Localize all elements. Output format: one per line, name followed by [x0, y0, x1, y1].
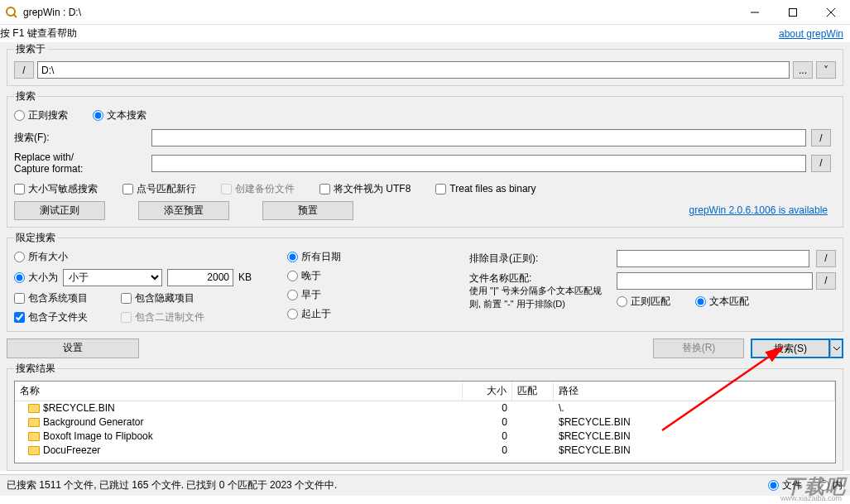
- size-op-select[interactable]: 小于: [63, 269, 162, 286]
- all-dates-radio[interactable]: 所有日期: [287, 250, 453, 264]
- col-name[interactable]: 名称: [15, 382, 463, 401]
- search-path-input[interactable]: [37, 61, 790, 79]
- size-is-radio[interactable]: 大小为: [14, 271, 58, 285]
- utf8-check[interactable]: 将文件视为 UTF8: [319, 182, 411, 196]
- results-legend: 搜索结果: [14, 362, 57, 376]
- test-regex-button[interactable]: 测试正则: [14, 201, 105, 220]
- filename-match-input[interactable]: [617, 272, 813, 290]
- search-dropdown-button[interactable]: [830, 338, 843, 358]
- exclude-dirs-input[interactable]: [617, 250, 809, 267]
- case-sensitive-check[interactable]: 大小写敏感搜索: [14, 182, 98, 196]
- limit-legend: 限定搜索: [14, 231, 57, 245]
- include-hidden-check[interactable]: 包含隐藏项目: [121, 291, 194, 305]
- between-radio[interactable]: 起止于: [287, 307, 453, 321]
- search-button[interactable]: 搜索(S): [751, 338, 830, 358]
- settings-button[interactable]: 设置: [7, 338, 139, 358]
- search-for-input[interactable]: [151, 129, 806, 146]
- create-backup-check: 创建备份文件: [221, 182, 295, 196]
- regex-search-radio[interactable]: 正则搜索: [14, 108, 68, 122]
- folder-icon: [28, 404, 40, 413]
- svg-line-1: [13, 14, 17, 17]
- table-row[interactable]: Boxoft Image to Flipbook0$RECYCLE.BIN: [15, 430, 835, 444]
- col-size[interactable]: 大小: [463, 382, 512, 401]
- svg-rect-3: [790, 8, 797, 16]
- close-button[interactable]: [812, 0, 850, 25]
- replace-button[interactable]: 替换(R): [653, 338, 744, 358]
- table-row[interactable]: Background Generator0$RECYCLE.BIN: [15, 415, 835, 430]
- search-legend: 搜索: [14, 89, 37, 103]
- maximize-button[interactable]: [774, 0, 812, 25]
- minimize-button[interactable]: [736, 0, 774, 25]
- folder-icon: [28, 432, 40, 441]
- replace-with-label: Replace with/ Capture format:: [14, 151, 146, 175]
- app-icon: [5, 6, 18, 19]
- folder-icon: [28, 418, 40, 427]
- replace-with-input[interactable]: [151, 155, 806, 172]
- search-in-group: 搜索于 / ... ˅: [7, 42, 843, 86]
- browse-button[interactable]: ...: [793, 61, 813, 79]
- size-value-input[interactable]: [167, 269, 233, 286]
- status-bar: 已搜索 1511 个文件, 已跳过 165 个文件. 已找到 0 个匹配于 20…: [0, 474, 850, 496]
- text-match-radio[interactable]: 文本匹配: [695, 295, 749, 309]
- col-match[interactable]: 匹配: [512, 382, 554, 401]
- help-bar: 按 F1 键查看帮助 about grepWin: [0, 25, 850, 42]
- action-row: 设置 替换(R) 搜索(S): [7, 335, 843, 362]
- replace-slash-button[interactable]: /: [811, 155, 831, 172]
- folder-icon: [28, 446, 40, 455]
- filename-match-label: 文件名称匹配: 使用 "|" 号来分隔多个文本匹配规则, 前置 "-" 用于排除…: [469, 272, 610, 311]
- dot-newline-check[interactable]: 点号匹配新行: [122, 182, 196, 196]
- older-than-radio[interactable]: 早于: [287, 288, 453, 302]
- results-group: 搜索结果 名称 大小 匹配 路径 $RECYCLE.BIN0\.Backgrou…: [7, 362, 843, 471]
- size-unit-label: KB: [238, 271, 252, 283]
- limit-group: 限定搜索 所有大小 大小为 小于 KB 包含系统项目 包含隐藏项目 包含子文件夹…: [7, 231, 843, 332]
- recent-paths-button[interactable]: ˅: [816, 61, 836, 79]
- results-table[interactable]: 名称 大小 匹配 路径 $RECYCLE.BIN0\.Background Ge…: [14, 381, 836, 463]
- filename-slash-button[interactable]: /: [816, 272, 836, 290]
- text-search-radio[interactable]: 文本搜索: [93, 108, 146, 122]
- window-title: grepWin : D:\: [23, 7, 736, 18]
- status-text: 已搜索 1511 个文件, 已跳过 165 个文件. 已找到 0 个匹配于 20…: [7, 478, 768, 492]
- regex-match-radio[interactable]: 正则匹配: [617, 295, 670, 309]
- chevron-down-icon: [833, 345, 840, 352]
- update-link[interactable]: grepWin 2.0.6.1006 is available: [689, 204, 828, 216]
- include-subfolders-check[interactable]: 包含子文件夹: [14, 310, 88, 324]
- binary-check[interactable]: Treat files as binary: [435, 183, 535, 194]
- include-binary-check: 包含二进制文件: [121, 310, 204, 324]
- table-row[interactable]: DocuFreezer0$RECYCLE.BIN: [15, 444, 835, 458]
- results-header: 名称 大小 匹配 路径: [15, 382, 835, 401]
- exclude-dirs-slash-button[interactable]: /: [816, 250, 836, 267]
- add-preset-button[interactable]: 添至预置: [138, 201, 229, 220]
- path-slash-button[interactable]: /: [14, 61, 34, 79]
- search-for-slash-button[interactable]: /: [811, 129, 831, 146]
- watermark-url: www.xiazaiba.com: [780, 494, 842, 502]
- titlebar: grepWin : D:\: [0, 0, 850, 25]
- presets-button[interactable]: 预置: [262, 201, 353, 220]
- about-link[interactable]: about grepWin: [779, 28, 843, 40]
- col-path[interactable]: 路径: [554, 382, 835, 401]
- all-sizes-radio[interactable]: 所有大小: [14, 250, 271, 264]
- table-row[interactable]: $RECYCLE.BIN0\.: [15, 401, 835, 415]
- search-for-label: 搜索(F):: [14, 131, 146, 145]
- exclude-dirs-label: 排除目录(正则):: [469, 252, 610, 266]
- search-in-legend: 搜索于: [14, 42, 47, 56]
- search-group: 搜索 正则搜索 文本搜索 搜索(F): / Replace with/ Capt…: [7, 89, 843, 228]
- include-system-check[interactable]: 包含系统项目: [14, 291, 88, 305]
- newer-than-radio[interactable]: 晚于: [287, 269, 453, 283]
- help-hint: 按 F1 键查看帮助: [0, 26, 779, 41]
